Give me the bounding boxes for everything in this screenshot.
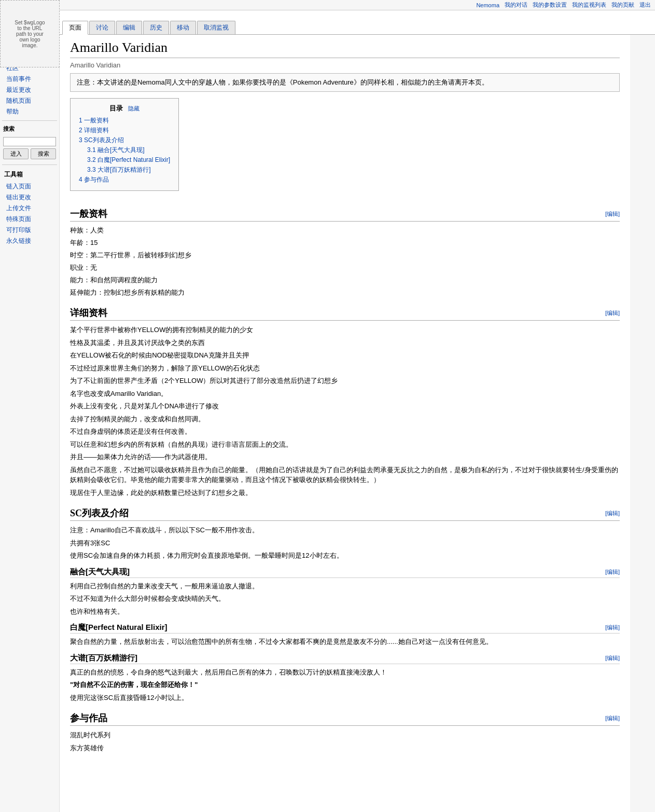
- toc-link-3-2[interactable]: 3.2 白魔[Perfect Natural Elixir]: [87, 156, 170, 163]
- sidebar-item-printable[interactable]: 可打印版: [0, 225, 59, 236]
- my-watchlist-link[interactable]: 我的监视列表: [572, 1, 606, 9]
- toc-link-1[interactable]: 1 一般资料: [79, 117, 109, 124]
- search-label: 搜索: [0, 124, 59, 134]
- sidebar-item-backlinks[interactable]: 链入页面: [0, 181, 59, 192]
- detail-para: 为了不让前面的世界产生矛盾（2个YELLOW）所以对其进行了部分改造然后扔进了幻…: [70, 376, 620, 386]
- sidebar-item-special-pages[interactable]: 特殊页面: [0, 214, 59, 225]
- tab-discuss[interactable]: 讨论: [89, 21, 115, 34]
- toc-list: 1 一般资料 2 详细资料 3 SC列表及介绍 3.1 融合[天气大具现] 3.…: [79, 116, 170, 184]
- detail-paras: 某个平行世界中被称作YELLOW的拥有控制精灵的能力的少女性格及其温柔，并且及其…: [70, 325, 620, 498]
- tab-unwatch[interactable]: 取消监视: [197, 21, 235, 34]
- sc-sub1-edit-link[interactable]: [编辑]: [605, 568, 620, 576]
- field-race: 种族：人类: [70, 226, 620, 235]
- sidebar-item-upload[interactable]: 上传文件: [0, 203, 59, 214]
- sidebar-item-current-events[interactable]: 当前事件: [0, 74, 59, 85]
- toc-link-3[interactable]: 3 SC列表及介绍: [79, 136, 124, 144]
- toc-item-3-2: 3.2 白魔[Perfect Natural Elixir]: [87, 156, 170, 164]
- search-section: 搜索 进入 搜索: [0, 124, 59, 161]
- detail-para: 不过自身虚弱的体质还是没有任何改善。: [70, 426, 620, 437]
- detail-para: 去掉了控制精灵的能力，改变成和自然同调。: [70, 414, 620, 424]
- top-bar: Nemoma 我的对话 我的参数设置 我的监视列表 我的页献 退出: [0, 0, 655, 10]
- sc-sub3-title: 大谱[百万妖精游行]: [70, 653, 137, 663]
- toc-item-3-3: 3.3 大谱[百万妖精游行]: [87, 166, 170, 174]
- tab-page[interactable]: 页面: [62, 21, 88, 35]
- sc-sub2-header: 白魔[Perfect Natural Elixir] [编辑]: [70, 623, 620, 634]
- general-edit-link[interactable]: [编辑]: [605, 210, 620, 218]
- sc-sub1-paras: 利用自己控制自然的力量来改变天气，一般用来逼迫敌人撤退。不过不知道为什么大部分时…: [70, 581, 620, 617]
- field-job: 职业：无: [70, 263, 620, 272]
- detail-para: 不过经过原来世界主角们的努力，解除了原YELLOW的石化状态: [70, 363, 620, 374]
- field-extended-ability: 延伸能力：控制幻想乡所有妖精的能力: [70, 288, 620, 297]
- sc-sub3-para: "对自然不公正的伤害，现在全部还给你！": [70, 680, 620, 690]
- toc-link-3-1[interactable]: 3.1 融合[天气大具现]: [87, 146, 145, 154]
- logout-link[interactable]: 退出: [639, 1, 651, 9]
- works-edit-link[interactable]: [编辑]: [605, 714, 620, 722]
- toc-hide-button[interactable]: 隐藏: [128, 105, 140, 112]
- works-item: 混乱时代系列: [70, 730, 620, 740]
- detail-section-title: 详细资料: [70, 307, 107, 319]
- detail-edit-link[interactable]: [编辑]: [605, 309, 620, 317]
- my-talk-link[interactable]: 我的对话: [505, 1, 527, 9]
- search-search-button[interactable]: 搜索: [31, 148, 56, 159]
- tab-edit[interactable]: 编辑: [116, 21, 142, 34]
- sc-sub3-para: 使用完这张SC后直接昏睡12小时以上。: [70, 693, 620, 703]
- field-world: 时空：第二平行世界，后被转移到幻想乡: [70, 251, 620, 260]
- sc-edit-link[interactable]: [编辑]: [605, 510, 620, 517]
- search-box: 进入 搜索: [0, 134, 59, 161]
- toc-link-2[interactable]: 2 详细资料: [79, 127, 109, 134]
- page-title: Amarillo Varidian: [70, 40, 620, 58]
- general-section-title: 一般资料: [70, 208, 107, 220]
- tools-title: 工具箱: [0, 168, 59, 181]
- sidebar-item-help[interactable]: 帮助: [0, 106, 59, 117]
- sc-sub2-edit-link[interactable]: [编辑]: [605, 624, 620, 631]
- sidebar-item-permalink[interactable]: 永久链接: [0, 236, 59, 246]
- search-input[interactable]: [3, 137, 56, 146]
- sc-section-header: SC列表及介绍 [编辑]: [70, 507, 620, 521]
- sidebar: 导航 首页 社区 当前事件 最近更改 随机页面 帮助 搜索 进入 搜索 工具箱 …: [0, 35, 60, 812]
- toc-item-4: 4 参与作品: [79, 175, 170, 184]
- search-buttons: 进入 搜索: [3, 148, 56, 159]
- toc-item-2: 2 详细资料: [79, 126, 170, 135]
- detail-para: 在YELLOW被石化的时候由NOD秘密提取DNA克隆并且关押: [70, 350, 620, 361]
- detail-para: 并且——如果体力允许的话——作为武器使用。: [70, 452, 620, 462]
- sidebar-item-related-changes[interactable]: 链出更改: [0, 192, 59, 203]
- detail-para: 外表上没有变化，只是对某几个DNA串进行了修改: [70, 401, 620, 411]
- notice-box: 注意：本文讲述的是Nemoma同人文中的穿越人物，如果你要找寻的是《Pokemo…: [70, 73, 620, 92]
- sidebar-divider-1: [2, 120, 57, 121]
- toc-link-4[interactable]: 4 参与作品: [79, 176, 109, 183]
- sc-intro-para: 使用SC会加速自身的体力耗损，体力用完时会直接原地晕倒。一般晕睡时间是12小时左…: [70, 550, 620, 561]
- my-contributions-link[interactable]: 我的页献: [611, 1, 634, 9]
- main-layout: 导航 首页 社区 当前事件 最近更改 随机页面 帮助 搜索 进入 搜索 工具箱 …: [0, 35, 655, 812]
- field-age: 年龄：15: [70, 238, 620, 247]
- toc-item-3-1: 3.1 融合[天气大具现]: [87, 146, 170, 155]
- sidebar-item-random-page[interactable]: 随机页面: [0, 95, 59, 106]
- username[interactable]: Nemoma: [476, 2, 499, 8]
- sc-sub3-header: 大谱[百万妖精游行] [编辑]: [70, 653, 620, 664]
- page-subtitle: Amarillo Varidian: [70, 61, 620, 69]
- sc-sub3-para: 真正的自然的愤怒，令自身的怒气达到最大，然后用自己所有的体力，召唤数以万计的妖精…: [70, 667, 620, 678]
- toc-link-3-3[interactable]: 3.3 大谱[百万妖精游行]: [87, 166, 151, 173]
- tabs-bar: 页面 讨论 编辑 历史 移动 取消监视: [0, 10, 655, 35]
- toc-sub-list: 3.1 融合[天气大具现] 3.2 白魔[Perfect Natural Eli…: [79, 146, 170, 174]
- sc-intro-paras: 注意：Amarillo自己不喜欢战斗，所以以下SC一般不用作攻击。共拥有3张SC…: [70, 525, 620, 561]
- detail-para: 可以任意和幻想乡内的所有妖精（自然的具现）进行非语言层面上的交流。: [70, 439, 620, 450]
- detail-para: 虽然自己不愿意，不过她可以吸收妖精并且作为自己的能量。（用她自己的话讲就是为了自…: [70, 465, 620, 485]
- toc-item-3: 3 SC列表及介绍 3.1 融合[天气大具现] 3.2 白魔[Perfect N…: [79, 136, 170, 174]
- tab-history[interactable]: 历史: [143, 21, 169, 34]
- detail-para: 名字也改变成Amarillo Varidian。: [70, 389, 620, 399]
- works-section-header: 参与作品 [编辑]: [70, 712, 620, 726]
- logo: Set $wgLogo to the URL path to your own …: [0, 0, 60, 67]
- sc-sub2-title: 白魔[Perfect Natural Elixir]: [70, 623, 168, 632]
- search-enter-button[interactable]: 进入: [3, 148, 29, 159]
- detail-para: 某个平行世界中被称作YELLOW的拥有控制精灵的能力的少女: [70, 325, 620, 335]
- sc-sub3-edit-link[interactable]: [编辑]: [605, 654, 620, 662]
- sc-sub3-paras: 真正的自然的愤怒，令自身的怒气达到最大，然后用自己所有的体力，召唤数以万计的妖精…: [70, 667, 620, 703]
- toc-title: 目录 隐藏: [79, 104, 170, 113]
- works-section-title: 参与作品: [70, 712, 107, 724]
- detail-para: 现居住于人里边缘，此处的妖精数量已经达到了幻想乡之最。: [70, 488, 620, 498]
- sidebar-item-recent-changes[interactable]: 最近更改: [0, 85, 59, 95]
- my-preferences-link[interactable]: 我的参数设置: [533, 1, 567, 9]
- general-section-header: 一般资料 [编辑]: [70, 208, 620, 222]
- sc-sub1-header: 融合[天气大具现] [编辑]: [70, 567, 620, 578]
- tab-move[interactable]: 移动: [170, 21, 196, 34]
